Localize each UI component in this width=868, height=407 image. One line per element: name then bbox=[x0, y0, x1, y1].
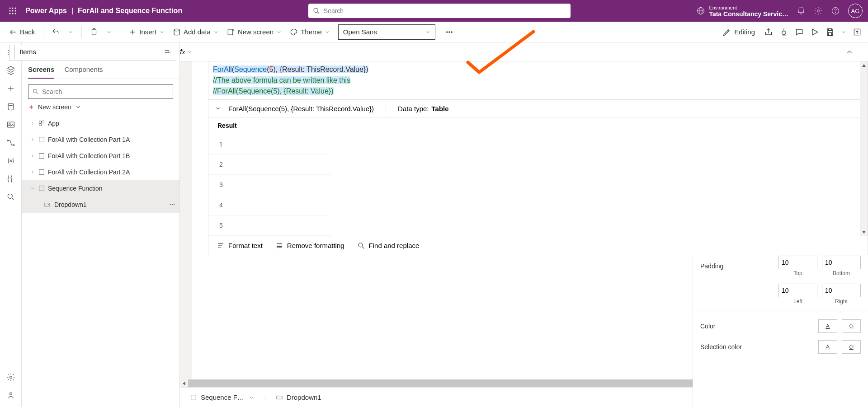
svg-marker-30 bbox=[812, 29, 818, 35]
media-icon[interactable] bbox=[6, 120, 15, 129]
tree-item-sequence[interactable]: Sequence Function bbox=[22, 180, 179, 196]
tree-item-dropdown1[interactable]: Dropdown1 bbox=[22, 196, 179, 213]
selection-font-color-button[interactable] bbox=[818, 340, 837, 354]
global-search-input[interactable] bbox=[324, 7, 566, 14]
screen-plus-icon bbox=[227, 28, 235, 36]
svg-line-46 bbox=[12, 198, 14, 200]
svg-point-51 bbox=[33, 89, 37, 93]
svg-point-5 bbox=[15, 10, 16, 12]
breadcrumb-screen[interactable]: Sequence F… bbox=[187, 392, 258, 403]
undo-button[interactable] bbox=[49, 26, 62, 38]
padding-left-sublabel: Left bbox=[778, 298, 817, 304]
font-color-button[interactable] bbox=[818, 319, 837, 333]
document-title[interactable]: ForAll and Sequence Function bbox=[78, 7, 182, 15]
editing-label: Editing bbox=[734, 28, 755, 36]
svg-point-7 bbox=[12, 13, 14, 14]
search-icon[interactable] bbox=[6, 192, 15, 201]
find-replace-label: Find and replace bbox=[369, 242, 420, 249]
result-row[interactable]: 1 bbox=[208, 134, 330, 154]
selection-fill-color-button[interactable] bbox=[842, 340, 861, 354]
padding-top-input[interactable] bbox=[778, 256, 817, 269]
format-text-button[interactable]: Format text bbox=[217, 242, 263, 250]
back-button[interactable]: Back bbox=[6, 26, 38, 38]
new-screen-button[interactable]: New screen bbox=[22, 99, 179, 115]
result-row[interactable]: 2 bbox=[208, 154, 330, 175]
undo-menu[interactable] bbox=[65, 28, 76, 37]
formula-expanded-panel: ForAll(Sequence(5), {Result: ThisRecord.… bbox=[208, 61, 868, 255]
insert-button[interactable]: Insert bbox=[126, 26, 167, 38]
add-data-button[interactable]: Add data bbox=[170, 26, 222, 38]
svg-rect-55 bbox=[39, 121, 42, 123]
global-search[interactable] bbox=[308, 4, 571, 18]
tree-item-app[interactable]: App bbox=[22, 115, 179, 131]
environment-picker[interactable]: Environment Tata Consultancy Servic… bbox=[696, 5, 788, 17]
overflow-button[interactable] bbox=[443, 26, 456, 38]
padding-bottom-input[interactable] bbox=[822, 256, 861, 269]
tree-item-screen-1b[interactable]: ForAll with Collection Part 1B bbox=[22, 148, 179, 164]
flow-icon[interactable] bbox=[6, 138, 15, 147]
svg-point-28 bbox=[451, 31, 452, 32]
scrollbar-thumb[interactable] bbox=[188, 379, 712, 387]
user-avatar[interactable]: AG bbox=[848, 4, 863, 18]
svg-point-73 bbox=[359, 243, 363, 247]
selection-color-label: Selection color bbox=[700, 343, 759, 351]
publish-icon[interactable] bbox=[853, 28, 862, 37]
result-row[interactable]: 4 bbox=[208, 195, 330, 215]
chevron-up-icon[interactable] bbox=[845, 48, 854, 56]
result-row[interactable]: 3 bbox=[208, 175, 330, 195]
tree-view-icon[interactable] bbox=[6, 66, 15, 75]
checker-icon[interactable] bbox=[779, 28, 788, 37]
globe-icon bbox=[696, 6, 705, 15]
svg-point-9 bbox=[314, 8, 318, 12]
tab-screens[interactable]: Screens bbox=[28, 65, 54, 79]
tab-components[interactable]: Components bbox=[64, 65, 103, 79]
theme-button[interactable]: Theme bbox=[287, 26, 333, 38]
save-icon[interactable] bbox=[826, 28, 835, 37]
search-icon bbox=[357, 242, 365, 250]
database-icon[interactable] bbox=[6, 102, 15, 111]
remove-formatting-button[interactable]: Remove formatting bbox=[275, 242, 344, 250]
gear-icon[interactable] bbox=[6, 373, 15, 382]
environment-text: Environment Tata Consultancy Servic… bbox=[709, 5, 788, 17]
more-horizontal-icon[interactable] bbox=[169, 201, 176, 208]
variable-icon[interactable] bbox=[6, 156, 15, 165]
share-icon[interactable] bbox=[764, 28, 773, 37]
help-icon[interactable] bbox=[831, 6, 840, 15]
padding-left-input[interactable] bbox=[778, 284, 817, 297]
find-replace-button[interactable]: Find and replace bbox=[357, 242, 420, 250]
formula-editor[interactable]: ForAll(Sequence(5), {Result: ThisRecord.… bbox=[208, 61, 868, 99]
fill-color-button[interactable] bbox=[842, 319, 861, 333]
app-launcher-button[interactable] bbox=[5, 4, 20, 18]
plus-icon[interactable] bbox=[6, 84, 15, 93]
chevron-down-icon bbox=[106, 29, 112, 35]
avatar-initials: AG bbox=[851, 8, 860, 14]
chevron-down-icon[interactable] bbox=[215, 105, 221, 112]
comment-icon[interactable] bbox=[795, 28, 804, 37]
insert-label: Insert bbox=[139, 28, 156, 36]
tree-item-screen-2a[interactable]: ForAll with Collection Part 2A bbox=[22, 164, 179, 180]
agent-icon[interactable] bbox=[6, 391, 15, 400]
breadcrumb-control[interactable]: Dropdown1 bbox=[273, 392, 324, 403]
new-screen-button[interactable]: New screen bbox=[224, 26, 284, 38]
result-row[interactable]: 5 bbox=[208, 215, 330, 236]
gear-icon[interactable] bbox=[814, 6, 823, 15]
paste-menu[interactable] bbox=[104, 28, 114, 37]
tree-search-input[interactable] bbox=[42, 88, 169, 95]
padding-right-input[interactable] bbox=[822, 284, 861, 297]
bell-icon[interactable] bbox=[797, 6, 806, 15]
paste-button[interactable] bbox=[87, 26, 101, 38]
tree-search[interactable] bbox=[28, 84, 173, 99]
product-name[interactable]: Power Apps bbox=[25, 7, 67, 15]
tree-item-screen-1a[interactable]: ForAll with Collection Part 1A bbox=[22, 131, 179, 148]
font-dropdown[interactable]: Open Sans bbox=[338, 24, 435, 40]
chevron-down-icon[interactable] bbox=[841, 29, 846, 35]
svg-point-27 bbox=[449, 31, 450, 32]
tools-icon[interactable] bbox=[6, 174, 15, 183]
editing-mode-button[interactable]: Editing bbox=[720, 26, 758, 38]
fx-button[interactable]: fx bbox=[180, 47, 192, 56]
property-dropdown[interactable]: Items bbox=[14, 45, 177, 59]
play-icon[interactable] bbox=[810, 28, 819, 37]
datatype-label: Data type: bbox=[398, 105, 429, 112]
vertical-scrollbar[interactable] bbox=[860, 61, 868, 236]
clipboard-icon bbox=[90, 28, 98, 36]
